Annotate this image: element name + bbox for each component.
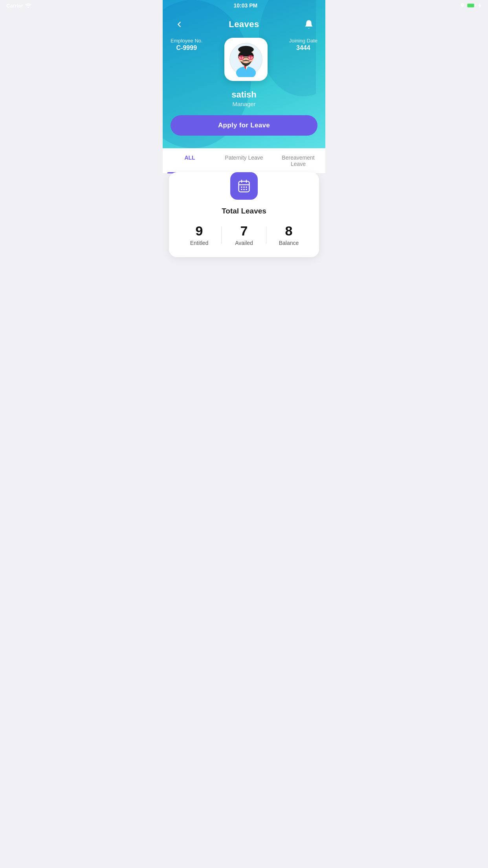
employee-info-row: Employee No. C-9999 — [171, 38, 317, 81]
svg-point-21 — [241, 186, 242, 188]
svg-point-16 — [250, 57, 251, 59]
balance-label: Balance — [266, 240, 311, 246]
profile-section: Employee No. C-9999 — [171, 38, 317, 136]
stat-entitled: 9 Entitled — [177, 224, 222, 246]
tab-paternity-leave[interactable]: Paternity Leave — [217, 148, 271, 173]
stat-availed: 7 Availed — [222, 224, 266, 246]
status-time: 10:03 PM — [233, 2, 257, 9]
stat-balance: 8 Balance — [266, 224, 311, 246]
back-button[interactable] — [172, 17, 186, 31]
joining-date-label: Joining Date — [289, 38, 317, 44]
tab-bereavement-leave[interactable]: Bereavement Leave — [271, 148, 325, 173]
tab-all[interactable]: ALL — [163, 148, 217, 173]
employee-role: Manager — [232, 101, 255, 107]
svg-point-24 — [241, 189, 242, 190]
employee-number-block: Employee No. C-9999 — [171, 38, 203, 51]
leave-card: Total Leaves 9 Entitled 7 Availed 8 Bala… — [169, 172, 319, 257]
joining-date-value: 3444 — [289, 44, 317, 51]
svg-point-22 — [243, 186, 245, 188]
avatar-image — [228, 42, 264, 77]
employee-no-value: C-9999 — [171, 44, 203, 51]
hero-section: Leaves Employee No. C-9999 — [163, 0, 325, 148]
svg-point-25 — [243, 189, 245, 190]
entitled-label: Entitled — [177, 240, 222, 246]
apply-leave-button[interactable]: Apply for Leave — [171, 115, 317, 136]
stats-row: 9 Entitled 7 Availed 8 Balance — [177, 224, 311, 246]
calendar-icon — [237, 179, 251, 193]
back-arrow-icon — [175, 20, 183, 29]
status-bar: Carrier 10:03 PM — [163, 0, 325, 10]
page-title: Leaves — [229, 19, 259, 29]
tabs-section: ALL Paternity Leave Bereavement Leave — [163, 148, 325, 174]
avatar — [224, 38, 268, 81]
bell-button[interactable] — [302, 17, 316, 31]
svg-point-23 — [246, 186, 247, 188]
balance-number: 8 — [266, 224, 311, 237]
availed-number: 7 — [222, 224, 266, 237]
main-content: Total Leaves 9 Entitled 7 Availed 8 Bala… — [163, 174, 325, 270]
employee-no-label: Employee No. — [171, 38, 203, 44]
card-icon-wrap — [177, 172, 311, 200]
joining-date-block: Joining Date 3444 — [289, 38, 317, 51]
availed-label: Availed — [222, 240, 266, 246]
bell-icon — [304, 19, 314, 29]
calendar-icon-bg — [230, 172, 258, 200]
svg-point-15 — [240, 57, 242, 59]
entitled-number: 9 — [177, 224, 222, 237]
employee-name: satish — [231, 90, 257, 100]
svg-point-26 — [246, 189, 247, 190]
card-title: Total Leaves — [177, 207, 311, 215]
